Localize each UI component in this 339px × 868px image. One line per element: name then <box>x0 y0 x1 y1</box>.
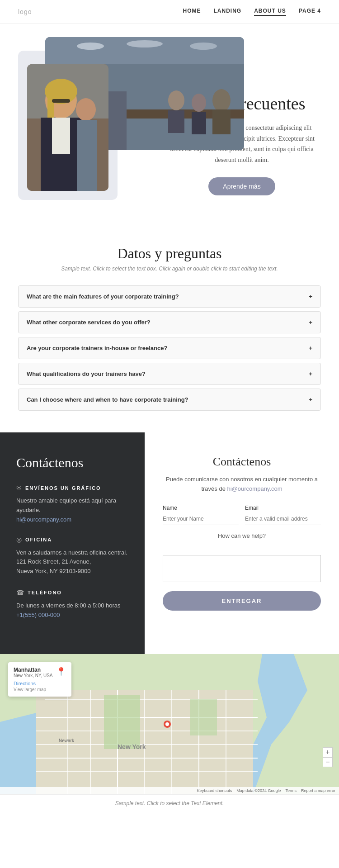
zoom-out-button[interactable]: − <box>323 757 333 767</box>
svg-rect-17 <box>47 91 54 119</box>
svg-marker-24 <box>0 713 41 794</box>
envelope-icon: ✉ <box>16 484 22 492</box>
svg-rect-10 <box>192 112 206 134</box>
faq-item-4[interactable]: What qualifications do your trainers hav… <box>18 363 321 385</box>
email-input[interactable] <box>245 513 321 525</box>
contact-email-link[interactable]: hi@ourcompany.com <box>227 485 282 492</box>
office-block-header: ◎ OFICINA <box>16 536 128 544</box>
faq-item-1[interactable]: What are the main features of your corpo… <box>18 285 321 308</box>
phone-block-title: TELÉFONO <box>28 590 62 595</box>
contact-right-title: Contáctenos <box>163 455 321 469</box>
phone-contact-block: ☎ TELÉFONO De lunes a viernes de 8:00 a … <box>16 589 128 619</box>
email-description: Nuestro amable equipo está aquí para ayu… <box>16 496 128 515</box>
name-label: Name <box>163 505 239 511</box>
zoom-in-button[interactable]: + <box>323 747 333 757</box>
faq-item-5[interactable]: Can I choose where and when to have corp… <box>18 389 321 411</box>
email-form-group: Email <box>245 505 321 525</box>
navbar: logo HOME LANDING ABOUT US PAGE 4 <box>0 0 339 24</box>
svg-point-6 <box>168 90 184 110</box>
footer-sample-text: Sample text. Click to select the Text El… <box>115 800 224 806</box>
submit-button[interactable]: ENTREGAR <box>163 591 321 611</box>
map-background: New York Newark 📍 Manhattan New York, NY… <box>0 654 339 794</box>
faq-question-3: Are your corporate trainers in-house or … <box>27 345 167 351</box>
map-directions-link[interactable]: Directions <box>14 681 66 686</box>
map-terms[interactable]: Terms <box>285 788 297 793</box>
svg-rect-40 <box>104 695 140 749</box>
faq-expand-icon-4[interactable]: + <box>309 371 312 377</box>
faq-question-4: What qualifications do your trainers hav… <box>27 370 146 377</box>
faq-item-3[interactable]: Are your corporate trainers in-house or … <box>18 337 321 359</box>
office-block-title: OFICINA <box>25 537 52 542</box>
email-label: Email <box>245 505 321 511</box>
help-label: How can we help? <box>163 531 321 541</box>
phone-description: De lunes a viernes de 8:00 a 5:00 horas <box>16 601 128 611</box>
faq-expand-icon-2[interactable]: + <box>309 319 312 325</box>
hero-section: Preguntas frecuentes Lorem ipsum dolor s… <box>0 24 339 218</box>
email-block-header: ✉ ENVÍENOS UN GRÁFICO <box>16 484 128 492</box>
contact-left-panel: Contáctenos ✉ ENVÍENOS UN GRÁFICO Nuestr… <box>0 432 145 654</box>
svg-text:Newark: Newark <box>59 738 75 743</box>
help-textarea[interactable] <box>163 555 321 582</box>
hero-inner: Preguntas frecuentes Lorem ipsum dolor s… <box>18 37 321 200</box>
footer: Sample text. Click to select the Text El… <box>0 794 339 812</box>
nav-landing[interactable]: LANDING <box>214 8 242 16</box>
nav-page4[interactable]: PAGE 4 <box>299 8 321 16</box>
svg-rect-41 <box>190 699 217 735</box>
contact-right-panel: Contáctenos Puede comunicarse con nosotr… <box>145 432 339 654</box>
contact-description: Puede comunicarse con nosotros en cualqu… <box>163 475 321 494</box>
faq-expand-icon-5[interactable]: + <box>309 397 312 403</box>
faq-section: Datos y preguntas Sample text. Click to … <box>0 218 339 432</box>
svg-point-4 <box>190 43 217 50</box>
hero-portrait-image <box>27 64 108 191</box>
hero-images <box>18 37 149 200</box>
form-name-email-row: Name Email <box>163 505 321 525</box>
map-larger-link[interactable]: View larger map <box>14 687 66 692</box>
svg-point-8 <box>212 89 231 112</box>
faq-title: Datos y preguntas <box>18 245 321 262</box>
faq-expand-icon-1[interactable]: + <box>309 294 312 299</box>
faq-question-5: Can I choose where and when to have corp… <box>27 396 188 403</box>
faq-expand-icon-3[interactable]: + <box>309 345 312 351</box>
office-address1: 121 Rock Street, 21 Avenue, <box>16 557 128 567</box>
phone-link[interactable]: +1(555) 000-000 <box>16 612 60 618</box>
svg-rect-18 <box>52 99 70 103</box>
nav-home[interactable]: HOME <box>183 8 201 16</box>
map-keyboard-shortcut: Keyboard shortcuts <box>197 788 232 793</box>
logo: logo <box>18 8 32 15</box>
svg-text:New York: New York <box>118 743 146 750</box>
phone-icon: ☎ <box>16 589 24 597</box>
office-address2: Nueva York, NY 92103-9000 <box>16 567 128 576</box>
svg-rect-22 <box>77 120 97 191</box>
svg-point-21 <box>76 98 96 121</box>
map-pin-icon: 📍 <box>56 667 66 677</box>
faq-question-2: What other corporate services do you off… <box>27 319 151 326</box>
office-description: Ven a saludarnos a nuestra oficina centr… <box>16 548 128 558</box>
email-block-title: ENVÍENOS UN GRÁFICO <box>25 485 101 491</box>
name-form-group: Name <box>163 505 239 525</box>
phone-block-header: ☎ TELÉFONO <box>16 589 128 597</box>
faq-question-1: What are the main features of your corpo… <box>27 293 179 300</box>
map-bottom-bar: Keyboard shortcuts Map data ©2024 Google… <box>0 787 339 794</box>
contact-left-title: Contáctenos <box>16 455 128 470</box>
office-contact-block: ◎ OFICINA Ven a saludarnos a nuestra ofi… <box>16 536 128 576</box>
svg-point-3 <box>127 40 163 47</box>
contact-section: Contáctenos ✉ ENVÍENOS UN GRÁFICO Nuestr… <box>0 432 339 654</box>
map-data-credit: Map data ©2024 Google <box>236 788 281 793</box>
location-icon: ◎ <box>16 536 22 544</box>
svg-point-2 <box>77 43 104 50</box>
svg-rect-11 <box>212 109 231 134</box>
nav-links: HOME LANDING ABOUT US PAGE 4 <box>183 8 321 16</box>
faq-item-2[interactable]: What other corporate services do you off… <box>18 311 321 333</box>
name-input[interactable] <box>163 513 239 525</box>
svg-rect-9 <box>168 110 184 133</box>
svg-point-45 <box>165 722 169 726</box>
svg-point-7 <box>192 94 206 112</box>
email-link[interactable]: hi@ourcompany.com <box>16 516 71 523</box>
map-info-card: 📍 Manhattan New York, NY, USA Directions… <box>8 662 71 697</box>
help-form-group: How can we help? <box>163 531 321 584</box>
learn-more-button[interactable]: Aprende más <box>208 177 275 195</box>
email-contact-block: ✉ ENVÍENOS UN GRÁFICO Nuestro amable equ… <box>16 484 128 523</box>
map-section: New York Newark 📍 Manhattan New York, NY… <box>0 654 339 794</box>
nav-about[interactable]: ABOUT US <box>254 8 286 16</box>
map-report[interactable]: Report a map error <box>301 788 335 793</box>
